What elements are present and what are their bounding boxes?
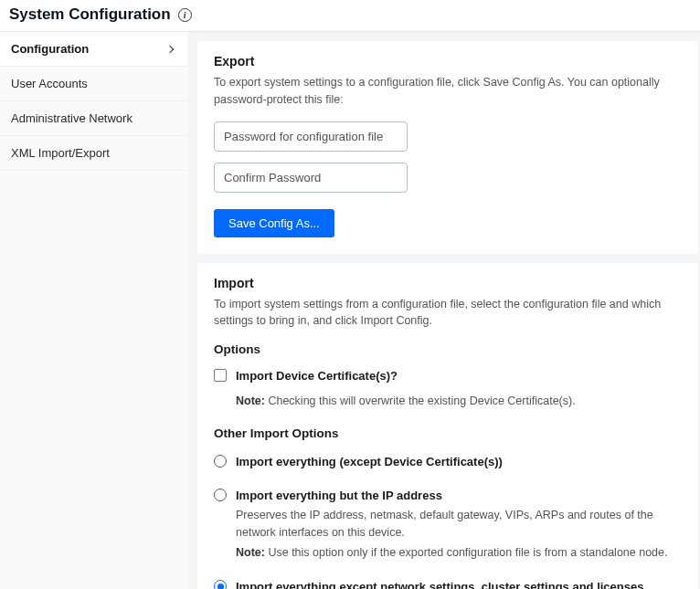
import-except-network-radio[interactable] [214,580,227,589]
sidebar-item-label: Configuration [11,42,89,56]
import-except-ip-label: Import everything but the IP address [236,487,682,505]
import-scope-radio-group: Import everything (except Device Certifi… [214,451,682,589]
import-description: To import system settings from a configu… [214,296,682,331]
info-icon[interactable]: i [178,8,192,22]
page-header: System Configuration i [0,0,700,31]
other-import-options-title: Other Import Options [214,426,682,440]
import-everything-radio[interactable] [214,455,227,468]
import-title: Import [214,276,682,290]
sidebar-item-label: XML Import/Export [11,146,110,160]
import-except-network-label: Import everything except network setting… [236,578,682,589]
sidebar-item-label: User Accounts [11,77,88,90]
sidebar-item-configuration[interactable]: Configuration [0,32,187,67]
import-certs-checkbox[interactable] [214,369,227,382]
import-certs-note: Note: Checking this will overwrite the e… [236,393,682,410]
import-options-title: Options [214,342,682,356]
chevron-right-icon [166,45,174,52]
import-everything-option: Import everything (except Device Certifi… [214,451,682,473]
page-title: System Configuration [9,5,171,24]
import-except-ip-option: Import everything but the IP address Pre… [214,485,682,563]
config-password-input[interactable] [214,121,408,152]
main-content: Export To export system settings to a co… [188,32,700,589]
export-card: Export To export system settings to a co… [197,41,698,254]
confirm-password-input[interactable] [214,163,408,193]
sidebar-item-user-accounts[interactable]: User Accounts [0,67,187,101]
sidebar-item-xml-import-export[interactable]: XML Import/Export [0,136,187,171]
import-card: Import To import system settings from a … [197,263,698,590]
import-certs-option: Import Device Certificate(s)? [214,365,682,387]
import-except-network-option: Import everything except network setting… [214,576,682,589]
sidebar-item-administrative-network[interactable]: Administrative Network [0,101,187,136]
save-config-as-button[interactable]: Save Config As... [214,209,334,237]
import-except-ip-radio[interactable] [214,489,227,501]
import-everything-label: Import everything (except Device Certifi… [236,453,682,471]
sidebar: Configuration User Accounts Administrati… [0,32,188,589]
sidebar-item-label: Administrative Network [11,111,133,125]
export-title: Export [214,54,682,68]
import-certs-label: Import Device Certificate(s)? [236,367,682,385]
import-except-ip-desc: Preserves the IP address, netmask, defau… [236,507,682,542]
import-except-ip-note: Note: Use this option only if the export… [236,544,682,562]
export-description: To export system settings to a configura… [214,74,682,109]
